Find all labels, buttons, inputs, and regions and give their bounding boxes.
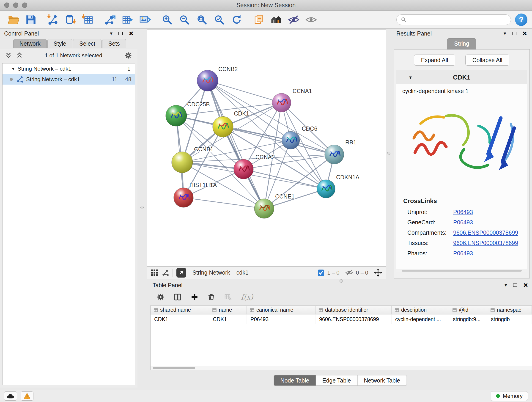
documents-button[interactable] xyxy=(250,12,268,27)
show-all-button[interactable] xyxy=(302,12,320,27)
network-node-CDC25B[interactable] xyxy=(166,105,187,126)
double-chevron-down-icon[interactable] xyxy=(6,52,12,59)
cell-id[interactable]: stringdb:9... xyxy=(449,314,487,324)
show-columns-icon[interactable] xyxy=(174,293,181,301)
network-canvas[interactable]: CCNB2CCNA1CDC25BCDK1CDC6RB1CCNB1CCNA2CDK… xyxy=(147,30,386,266)
panel-menu-icon[interactable]: ▾ xyxy=(505,282,507,288)
tab-string-results[interactable]: String xyxy=(447,38,476,50)
network-edge[interactable] xyxy=(223,127,334,154)
hide-selected-button[interactable] xyxy=(285,12,302,27)
vertical-splitter-handle[interactable] xyxy=(140,206,144,209)
panel-float-icon[interactable] xyxy=(512,32,516,35)
crosslink-uniprot-link[interactable]: P06493 xyxy=(453,209,473,216)
panel-close-icon[interactable]: × xyxy=(129,30,133,36)
help-button[interactable]: ? xyxy=(515,13,527,26)
hidden-eye-slash-icon[interactable] xyxy=(345,269,353,277)
tab-network-table[interactable]: Network Table xyxy=(357,375,407,386)
pan-crosshair-icon[interactable] xyxy=(374,268,382,277)
vertical-splitter-handle[interactable] xyxy=(387,152,390,155)
collapse-triangle-icon[interactable]: ▾ xyxy=(409,75,412,80)
network-row-selected[interactable]: String Network – cdk1 11 48 xyxy=(2,74,135,85)
open-in-window-button[interactable] xyxy=(177,268,186,278)
tab-style[interactable]: Style xyxy=(47,39,73,48)
network-node-CCNB1[interactable] xyxy=(172,152,193,173)
cell-description[interactable]: cyclin-dependent ... xyxy=(392,314,449,324)
birdseye-grid-icon[interactable] xyxy=(151,269,158,277)
network-edge[interactable] xyxy=(184,198,264,209)
results-horizontal-scrollbar[interactable] xyxy=(396,269,527,272)
double-chevron-up-icon[interactable] xyxy=(17,52,22,59)
collapse-triangle-icon[interactable]: ▾ xyxy=(12,66,14,71)
warning-button[interactable] xyxy=(21,391,33,401)
add-column-plus-icon[interactable] xyxy=(191,293,198,301)
crosslink-compartments-link[interactable]: 9606.ENSP00000378699 xyxy=(453,230,518,236)
panel-menu-icon[interactable]: ▾ xyxy=(110,31,113,36)
network-node-HIST1H1A[interactable] xyxy=(174,188,193,207)
network-node-CDK1[interactable] xyxy=(213,116,233,137)
tab-node-table[interactable]: Node Table xyxy=(274,375,316,386)
cell-shared-name[interactable]: CDK1 xyxy=(151,314,209,324)
panel-menu-icon[interactable]: ▾ xyxy=(504,31,506,36)
network-node-CCNE1[interactable] xyxy=(254,199,274,218)
panel-float-icon[interactable] xyxy=(513,283,517,287)
delete-column-trash-icon[interactable] xyxy=(208,293,215,301)
network-node-CCNA2[interactable] xyxy=(234,159,253,179)
crosslink-pharos-link[interactable]: P06493 xyxy=(453,250,473,257)
table-row[interactable]: CDK1 CDK1 P06493 9606.ENSP00000378699 cy… xyxy=(151,314,532,324)
panel-float-icon[interactable] xyxy=(119,32,123,35)
cell-canonical-name[interactable]: P06493 xyxy=(247,314,316,324)
cell-name[interactable]: CDK1 xyxy=(209,314,247,324)
panel-close-icon[interactable]: × xyxy=(523,282,528,288)
fit-content-button[interactable] xyxy=(193,12,210,27)
collapse-all-button[interactable]: Collapse All xyxy=(465,55,510,65)
tab-network[interactable]: Network xyxy=(13,39,47,48)
network-edge[interactable] xyxy=(208,81,264,209)
import-table-button[interactable] xyxy=(79,12,96,27)
column-header-id[interactable]: @id xyxy=(449,306,487,314)
refresh-view-button[interactable] xyxy=(228,12,245,27)
open-session-button[interactable] xyxy=(5,12,22,27)
tab-sets[interactable]: Sets xyxy=(102,39,126,48)
search-box[interactable] xyxy=(396,14,511,25)
network-canvas-svg[interactable]: CCNB2CCNA1CDC25BCDK1CDC6RB1CCNB1CCNA2CDK… xyxy=(147,30,386,266)
memory-button[interactable]: Memory xyxy=(491,391,528,401)
crosslink-tissues-link[interactable]: 9606.ENSP00000378699 xyxy=(453,240,518,246)
panel-close-icon[interactable]: × xyxy=(522,30,527,36)
cloud-button[interactable] xyxy=(4,391,17,401)
homes-button[interactable] xyxy=(268,12,285,27)
function-builder-icon[interactable]: f(x) xyxy=(241,293,253,301)
import-network-file-button[interactable] xyxy=(44,12,62,27)
network-glyph-icon[interactable] xyxy=(162,269,169,276)
protein-section-header[interactable]: ▾ CDK1 xyxy=(396,71,527,84)
horizontal-splitter-handle[interactable] xyxy=(340,279,343,283)
network-node-CDKN1A[interactable] xyxy=(317,180,335,198)
column-header-namespace[interactable]: namespac xyxy=(487,306,532,314)
column-header-database-identifier[interactable]: database identifier xyxy=(316,306,392,314)
search-input[interactable] xyxy=(409,17,507,23)
network-node-CCNB2[interactable] xyxy=(197,70,218,91)
zoom-out-button[interactable] xyxy=(176,12,193,27)
export-image-button[interactable] xyxy=(136,12,153,27)
column-header-shared-name[interactable]: shared name xyxy=(151,306,209,314)
network-node-RB1[interactable] xyxy=(325,145,344,164)
network-edge[interactable] xyxy=(208,81,282,103)
save-session-button[interactable] xyxy=(22,12,39,27)
window-minimize-button[interactable] xyxy=(13,2,18,8)
cell-namespace[interactable]: stringdb xyxy=(487,314,532,324)
zoom-selected-button[interactable] xyxy=(210,12,228,27)
cell-database-identifier[interactable]: 9606.ENSP00000378699 xyxy=(316,314,392,324)
selected-checkbox-icon[interactable] xyxy=(317,269,324,276)
network-collection-row[interactable]: ▾ String Network – cdk1 1 xyxy=(2,64,135,74)
tab-select[interactable]: Select xyxy=(73,39,101,48)
table-horizontal-scrollbar[interactable] xyxy=(151,366,532,370)
network-node-CCNA1[interactable] xyxy=(272,93,291,112)
import-network-database-button[interactable] xyxy=(62,12,79,27)
column-header-name[interactable]: name xyxy=(209,306,247,314)
export-network-button[interactable] xyxy=(101,12,119,27)
table-settings-gear-icon[interactable] xyxy=(157,293,165,301)
window-close-button[interactable] xyxy=(4,2,9,8)
column-header-description[interactable]: description xyxy=(392,306,449,314)
expand-all-button[interactable]: Expand All xyxy=(414,55,455,65)
export-table-button[interactable] xyxy=(119,12,136,27)
column-header-canonical-name[interactable]: canonical name xyxy=(247,306,316,314)
